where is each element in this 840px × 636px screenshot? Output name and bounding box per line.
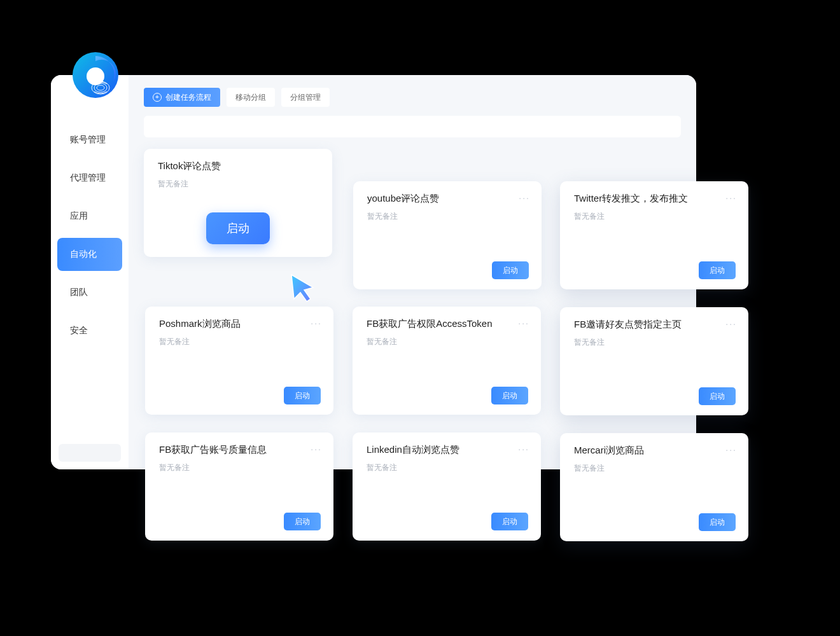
overflow-column: ··· Twitter转发推文，发布推文 暂无备注 启动 ··· FB邀请好友点… [560, 181, 748, 541]
app-logo [70, 50, 121, 100]
card-note: 暂无备注 [367, 462, 527, 473]
start-button[interactable]: 启动 [206, 212, 270, 244]
move-group-button[interactable]: 移动分组 [227, 88, 275, 107]
task-card[interactable]: ··· FB获取广告权限AccessToken 暂无备注 启动 [353, 307, 541, 415]
start-button[interactable]: 启动 [284, 513, 321, 530]
task-card[interactable]: ··· youtube评论点赞 暂无备注 启动 [353, 181, 542, 289]
sidebar-item-apps[interactable]: 应用 [57, 200, 122, 233]
more-icon[interactable]: ··· [311, 318, 322, 328]
start-button[interactable]: 启动 [699, 387, 736, 405]
card-note: 暂无备注 [159, 336, 319, 347]
group-manage-button[interactable]: 分组管理 [281, 88, 330, 107]
start-button[interactable]: 启动 [492, 261, 529, 279]
card-note: 暂无备注 [158, 179, 318, 190]
sidebar-item-automation[interactable]: 自动化 [57, 238, 122, 271]
create-task-label: 创建任务流程 [165, 92, 211, 103]
more-icon[interactable]: ··· [518, 318, 529, 328]
card-note: 暂无备注 [574, 337, 734, 348]
sidebar-item-security[interactable]: 安全 [57, 314, 122, 347]
toolbar: + 创建任务流程 移动分组 分组管理 [144, 88, 681, 107]
card-title: Poshmark浏览商品 [159, 318, 319, 330]
task-card[interactable]: Tiktok评论点赞 暂无备注 启动 [144, 149, 332, 257]
start-button[interactable]: 启动 [491, 387, 528, 404]
more-icon[interactable]: ··· [725, 319, 737, 329]
card-note: 暂无备注 [574, 463, 734, 474]
start-button[interactable]: 启动 [699, 513, 736, 531]
more-icon[interactable]: ··· [311, 444, 322, 454]
card-title: Linkedin自动浏览点赞 [367, 444, 527, 456]
card-note: 暂无备注 [367, 336, 527, 347]
more-icon[interactable]: ··· [518, 444, 529, 454]
start-button[interactable]: 启动 [699, 261, 736, 279]
task-card[interactable]: ··· Twitter转发推文，发布推文 暂无备注 启动 [560, 181, 748, 289]
task-card[interactable]: ··· Poshmark浏览商品 暂无备注 启动 [145, 307, 333, 415]
card-title: Mercari浏览商品 [574, 445, 734, 457]
card-note: 暂无备注 [159, 462, 319, 473]
more-icon[interactable]: ··· [519, 193, 530, 203]
start-button[interactable]: 启动 [284, 387, 321, 404]
start-button[interactable]: 启动 [491, 513, 528, 530]
create-task-button[interactable]: + 创建任务流程 [144, 88, 220, 107]
sidebar-footer-placeholder [59, 444, 121, 462]
more-icon[interactable]: ··· [725, 445, 737, 455]
card-note: 暂无备注 [367, 211, 528, 222]
task-card[interactable]: ··· Linkedin自动浏览点赞 暂无备注 启动 [353, 432, 541, 541]
card-title: FB邀请好友点赞指定主页 [574, 319, 734, 331]
sidebar: 账号管理 代理管理 应用 自动化 团队 安全 [51, 75, 129, 469]
search-bar[interactable] [144, 116, 681, 137]
sidebar-item-team[interactable]: 团队 [57, 276, 122, 309]
card-title: FB获取广告权限AccessToken [367, 318, 527, 330]
more-icon[interactable]: ··· [725, 193, 737, 203]
task-card[interactable]: ··· Mercari浏览商品 暂无备注 启动 [560, 433, 748, 541]
plus-icon: + [153, 93, 162, 102]
task-card[interactable]: ··· FB获取广告账号质量信息 暂无备注 启动 [145, 432, 333, 541]
card-title: Twitter转发推文，发布推文 [574, 193, 734, 205]
card-title: youtube评论点赞 [367, 193, 528, 205]
task-card[interactable]: ··· FB邀请好友点赞指定主页 暂无备注 启动 [560, 307, 748, 415]
card-title: FB获取广告账号质量信息 [159, 444, 319, 456]
sidebar-item-account[interactable]: 账号管理 [57, 123, 122, 156]
sidebar-item-proxy[interactable]: 代理管理 [57, 162, 122, 195]
card-title: Tiktok评论点赞 [158, 160, 318, 172]
card-note: 暂无备注 [574, 211, 734, 222]
